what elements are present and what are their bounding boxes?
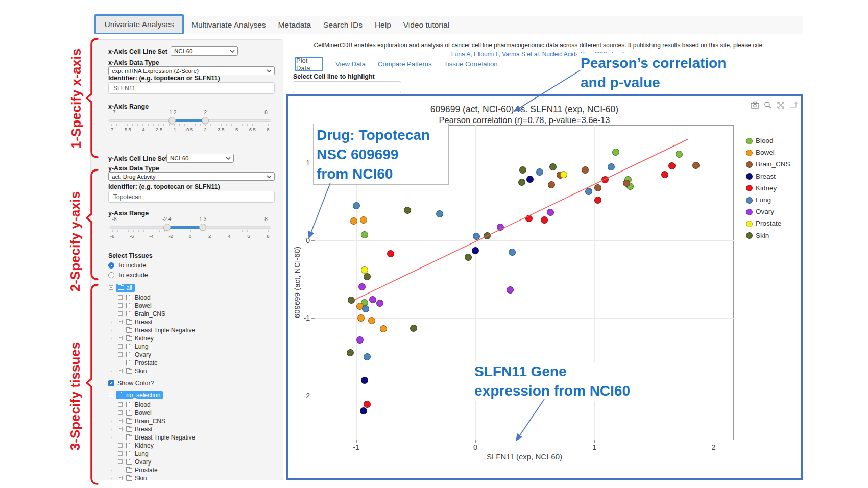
tree-expander-blood[interactable]: + bbox=[118, 402, 123, 407]
tree-item-kidney[interactable]: Kidney bbox=[135, 335, 154, 342]
data-point-kidney[interactable] bbox=[541, 216, 548, 224]
data-point-breast[interactable] bbox=[360, 407, 367, 414]
data-point-brain_cns[interactable] bbox=[692, 162, 700, 169]
data-point-skin[interactable] bbox=[347, 349, 354, 356]
data-point-brain_cns[interactable] bbox=[582, 166, 589, 174]
tree-expander-bowel[interactable]: + bbox=[118, 410, 123, 415]
tree-expander-brain_cns[interactable]: + bbox=[118, 311, 123, 316]
data-point-skin[interactable] bbox=[518, 179, 525, 186]
data-point-skin[interactable] bbox=[519, 166, 526, 174]
data-point-breast[interactable] bbox=[472, 247, 479, 254]
tree-item-bowel[interactable]: Bowel bbox=[135, 409, 152, 417]
tree-root-no-selection[interactable]: no_selection bbox=[116, 391, 163, 399]
tree-expander-brain_cns[interactable]: + bbox=[118, 419, 123, 423]
tree-item-breast[interactable]: Breast bbox=[135, 319, 153, 326]
legend-item-brain_cns[interactable]: Brain_CNS bbox=[756, 160, 790, 168]
tree-item-kidney[interactable]: Kidney bbox=[135, 442, 154, 449]
data-point-skin[interactable] bbox=[549, 163, 557, 170]
data-point-bowel[interactable] bbox=[360, 216, 367, 224]
data-point-blood[interactable] bbox=[361, 231, 368, 238]
legend-item-lung[interactable]: Lung bbox=[756, 196, 771, 204]
tree-item-breast-triple-negative[interactable]: Breast Triple Negative bbox=[135, 327, 195, 334]
tree-expander-ovary[interactable]: + bbox=[118, 352, 123, 357]
data-point-ovary[interactable] bbox=[547, 209, 554, 216]
data-point-ovary[interactable] bbox=[356, 336, 364, 344]
data-point-blood[interactable] bbox=[676, 151, 683, 158]
data-point-lung[interactable] bbox=[436, 210, 443, 217]
data-point-ovary[interactable] bbox=[497, 224, 504, 231]
data-point-blood[interactable] bbox=[612, 149, 619, 156]
tree-expander-lung[interactable]: + bbox=[118, 451, 123, 456]
data-point-skin[interactable] bbox=[364, 273, 371, 280]
legend-item-ovary[interactable]: Ovary bbox=[756, 208, 774, 215]
data-point-lung[interactable] bbox=[473, 233, 480, 240]
tab-view-data[interactable]: View Data bbox=[329, 60, 372, 68]
data-point-kidney[interactable] bbox=[601, 176, 609, 183]
data-point-lung[interactable] bbox=[608, 163, 615, 170]
tab-tissue-correlation[interactable]: Tissue Correlation bbox=[438, 60, 504, 68]
data-point-kidney[interactable] bbox=[364, 401, 371, 408]
tree-item-skin[interactable]: Skin bbox=[135, 368, 147, 375]
tree-expander-ovary[interactable]: + bbox=[118, 459, 123, 464]
tree-item-lung[interactable]: Lung bbox=[135, 450, 149, 457]
legend-item-bowel[interactable]: Bowel bbox=[756, 149, 775, 156]
tree-item-breast-triple-negative[interactable]: Breast Triple Negative bbox=[135, 434, 195, 441]
tree-root-all-expander[interactable]: − bbox=[109, 285, 113, 290]
data-point-breast[interactable] bbox=[361, 377, 368, 384]
tree-item-ovary[interactable]: Ovary bbox=[135, 351, 151, 358]
tree-item-ovary[interactable]: Ovary bbox=[135, 458, 151, 466]
data-point-skin[interactable] bbox=[410, 325, 417, 332]
data-point-kidney[interactable] bbox=[668, 162, 676, 169]
data-point-bowel[interactable] bbox=[350, 217, 357, 225]
legend-item-blood[interactable]: Blood bbox=[756, 137, 774, 144]
data-point-bowel[interactable] bbox=[380, 325, 387, 332]
data-point-brain_cns[interactable] bbox=[594, 184, 601, 191]
data-point-skin[interactable] bbox=[465, 254, 472, 261]
data-point-ovary[interactable] bbox=[369, 296, 376, 303]
data-point-brain_cns[interactable] bbox=[623, 180, 630, 187]
data-point-prostate[interactable] bbox=[361, 266, 368, 274]
data-point-kidney[interactable] bbox=[525, 215, 533, 222]
tree-expander-kidney[interactable]: + bbox=[118, 336, 123, 340]
tree-item-brain_cns[interactable]: Brain_CNS bbox=[135, 310, 165, 318]
data-point-prostate[interactable] bbox=[560, 171, 567, 178]
tree-expander-skin[interactable]: + bbox=[118, 476, 123, 480]
y-slider-handle-from[interactable] bbox=[163, 224, 171, 231]
tab-plot-data[interactable]: Plot Data bbox=[295, 57, 323, 71]
tree-expander-skin[interactable]: + bbox=[118, 369, 123, 373]
data-point-lung[interactable] bbox=[364, 353, 371, 360]
data-point-ovary[interactable] bbox=[358, 283, 366, 290]
tree-expander-bowel[interactable]: + bbox=[118, 303, 123, 308]
data-point-kidney[interactable] bbox=[661, 171, 668, 178]
data-point-lung[interactable] bbox=[509, 249, 516, 256]
tree-expander-lung[interactable]: + bbox=[118, 344, 123, 349]
legend-item-prostate[interactable]: Prostate bbox=[756, 219, 781, 227]
data-point-lung[interactable] bbox=[585, 188, 592, 195]
legend-item-skin[interactable]: Skin bbox=[756, 232, 769, 239]
data-point-skin[interactable] bbox=[348, 297, 355, 304]
data-point-breast[interactable] bbox=[526, 176, 534, 183]
data-point-kidney[interactable] bbox=[387, 250, 394, 257]
tree-item-prostate[interactable]: Prostate bbox=[135, 467, 158, 474]
legend-item-kidney[interactable]: Kidney bbox=[756, 184, 777, 192]
data-point-skin[interactable] bbox=[404, 207, 411, 214]
tree-item-lung[interactable]: Lung bbox=[135, 343, 149, 350]
tab-compare-patterns[interactable]: Compare Patterns bbox=[372, 60, 438, 68]
x-slider-handle-from[interactable] bbox=[168, 117, 176, 124]
tree-item-prostate[interactable]: Prostate bbox=[135, 359, 158, 367]
tree-item-breast[interactable]: Breast bbox=[135, 426, 153, 433]
tree-item-brain_cns[interactable]: Brain_CNS bbox=[135, 418, 165, 425]
data-point-lung[interactable] bbox=[536, 168, 543, 176]
tree-item-blood[interactable]: Blood bbox=[135, 294, 151, 301]
tree-expander-breast[interactable]: + bbox=[118, 427, 123, 431]
data-point-ovary[interactable] bbox=[507, 286, 514, 294]
legend-item-breast[interactable]: Breast bbox=[756, 173, 776, 180]
tree-expander-kidney[interactable]: + bbox=[118, 443, 123, 448]
tree-item-bowel[interactable]: Bowel bbox=[135, 302, 152, 309]
data-point-kidney[interactable] bbox=[594, 197, 601, 204]
data-point-ovary[interactable] bbox=[376, 300, 383, 307]
data-point-bowel[interactable] bbox=[357, 314, 365, 322]
data-point-lung[interactable] bbox=[353, 202, 360, 209]
data-point-lung[interactable] bbox=[362, 305, 369, 312]
tree-root-all[interactable]: all bbox=[116, 284, 135, 292]
